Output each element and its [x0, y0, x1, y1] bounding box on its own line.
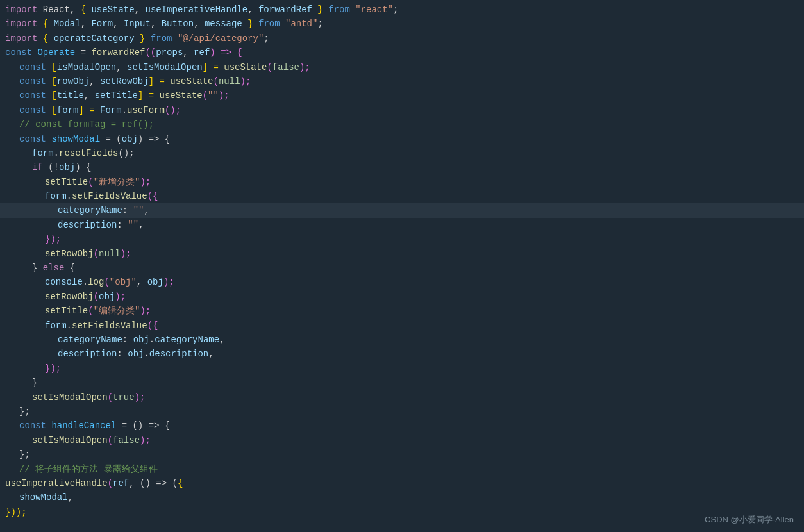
token: setTitle: [45, 304, 88, 318]
code-line: const showModal = (obj) => {: [0, 132, 804, 146]
token: Form: [91, 17, 113, 31]
token: obj: [128, 347, 144, 361]
token: ] =: [203, 60, 224, 74]
token: ,: [194, 17, 205, 31]
token: }: [135, 31, 146, 46]
token: title: [57, 88, 84, 103]
token: Modal: [48, 17, 80, 31]
token: description: [58, 347, 117, 361]
token: ,: [89, 74, 100, 88]
token: categoryName: [58, 203, 122, 217]
token: const: [19, 419, 46, 433]
code-line: setRowObj(null);: [0, 247, 804, 261]
code-line: const [form] = Form.useForm();: [0, 103, 804, 117]
token: (: [94, 247, 99, 261]
code-line: setIsModalOpen(false);: [0, 433, 804, 447]
token: ({: [147, 189, 158, 203]
token: );: [219, 88, 230, 103]
token: ((: [145, 46, 156, 60]
code-line: import React, { useState, useImperativeH…: [0, 3, 804, 17]
code-line: setIsModalOpen(true);: [0, 390, 804, 404]
token: React: [37, 3, 69, 17]
token: , () => (: [129, 476, 178, 490]
token: }: [312, 3, 323, 17]
token: form: [32, 146, 54, 160]
token: form: [45, 319, 67, 333]
token: ,: [247, 3, 258, 17]
token: ref: [194, 46, 210, 60]
token: setIsModalOpen: [127, 60, 203, 74]
token: ) {: [75, 160, 91, 174]
token: :: [117, 218, 128, 232]
token: isModalOpen: [57, 60, 116, 74]
token: // const formTag = ref();: [19, 117, 154, 131]
token: (: [104, 275, 109, 289]
token: handleCancel: [46, 419, 116, 433]
token: categoryName: [58, 333, 122, 347]
code-line: import { Modal, Form, Input, Button, mes…: [0, 17, 804, 31]
token: (!: [43, 160, 59, 174]
token: "antd": [280, 17, 318, 31]
token: ) => {: [138, 132, 170, 146]
token: (: [203, 88, 208, 103]
token: .: [67, 319, 72, 333]
token: setRowObj: [45, 247, 94, 261]
code-line: form.resetFields();: [0, 146, 804, 160]
token: useForm: [127, 103, 165, 117]
token: obj: [133, 333, 149, 347]
code-line: setTitle("新增分类");: [0, 175, 804, 189]
token: = (: [100, 132, 122, 146]
token: .: [122, 103, 127, 117]
token: ;: [393, 3, 398, 17]
code-line: useImperativeHandle(ref, () => ({: [0, 476, 804, 490]
token: (: [94, 290, 99, 304]
token: ,: [144, 203, 149, 217]
code-line: description: "",: [0, 218, 804, 232]
token: ,: [208, 347, 214, 361]
token: ();: [118, 146, 134, 160]
token: =: [75, 46, 91, 60]
code-line: });: [0, 362, 804, 376]
code-line: const Operate = forwardRef((props, ref) …: [0, 46, 804, 60]
token: Input: [124, 17, 151, 31]
token: message: [205, 17, 242, 31]
token: Form: [100, 103, 122, 117]
token: });: [45, 362, 61, 376]
token: props: [156, 46, 183, 60]
token: ;: [264, 31, 269, 46]
token: const: [19, 88, 46, 103]
token: useState: [224, 60, 267, 74]
token: ,: [81, 17, 92, 31]
token: forwardRef: [91, 46, 145, 60]
token: import: [5, 17, 37, 31]
code-line: }));: [0, 505, 804, 519]
code-line: });: [0, 232, 804, 246]
token: ,: [116, 60, 127, 74]
token: resetFields: [59, 146, 118, 160]
token: const: [19, 103, 46, 117]
token: "": [208, 88, 219, 103]
token: :: [122, 203, 133, 217]
token: setTitle: [95, 88, 138, 103]
token: ] =: [78, 103, 100, 117]
token: Operate: [32, 46, 75, 60]
token: );: [299, 60, 310, 74]
token: "@/api/category": [172, 31, 264, 46]
token: rowObj: [57, 74, 89, 88]
token: [: [46, 103, 57, 117]
token: setIsModalOpen: [32, 390, 108, 404]
token: form: [57, 103, 79, 117]
code-editor: import React, { useState, useImperativeH…: [0, 0, 804, 532]
code-line: form.setFieldsValue({: [0, 189, 804, 203]
token: setFieldsValue: [72, 319, 147, 333]
token: form: [45, 189, 67, 203]
token: "": [133, 203, 144, 217]
token: useState: [170, 74, 213, 88]
code-line: const [title, setTitle] = useState("");: [0, 88, 804, 103]
code-line: const [isModalOpen, setIsModalOpen] = us…: [0, 60, 804, 74]
token: [: [46, 88, 57, 103]
code-line: } else {: [0, 261, 804, 275]
token: {: [81, 3, 86, 17]
token: operateCategory: [48, 31, 134, 46]
token: "编辑分类": [94, 304, 140, 318]
